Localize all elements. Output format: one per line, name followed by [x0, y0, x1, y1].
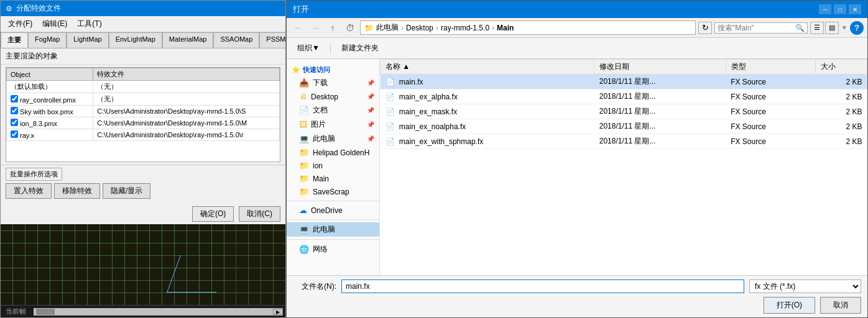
filename-input[interactable]	[341, 279, 744, 293]
dialog-minimize-btn[interactable]: ─	[819, 4, 831, 14]
scroll-right-btn[interactable]: ▶	[273, 309, 283, 315]
sidebar-item-thispc[interactable]: 💻 此电脑 📌	[287, 132, 379, 146]
new-folder-btn[interactable]: 新建文件夹	[336, 40, 384, 56]
menu-edit[interactable]: 编辑(E)	[37, 17, 72, 30]
nav-recent-btn[interactable]: ⏱	[343, 21, 358, 35]
nav-up-btn[interactable]: ↑	[325, 21, 340, 35]
documents-pin-icon: 📌	[367, 107, 374, 114]
dialog-title-controls: ─ □ ✕	[819, 4, 861, 14]
file-type-cell: FX Source	[726, 104, 815, 119]
sidebar-item-network[interactable]: 🌐 网络	[287, 242, 379, 257]
row-checkbox-1[interactable]	[11, 95, 18, 102]
table-row: ion_8.3.pmx C:\Users\Administrator\Deskt…	[7, 117, 280, 129]
file-name-cell: 📄 main_ex_alpha.fx	[381, 89, 594, 104]
breadcrumb-sep-1: ›	[401, 24, 404, 32]
file-table-row[interactable]: 📄 main_ex_alpha.fx 2018/1/11 星期... FX So…	[381, 89, 867, 104]
file-icon-0: 📄	[386, 78, 395, 86]
sidebar-item-desktop-label: Desktop	[311, 93, 338, 101]
btn-confirm[interactable]: 确定(O)	[192, 206, 234, 222]
breadcrumb-desktop[interactable]: Desktop	[406, 24, 433, 32]
breadcrumb-bar: 📁 此电脑 › Desktop › ray-mmd-1.5.0 › Main	[360, 20, 696, 35]
col-type[interactable]: 类型	[726, 60, 815, 75]
menu-file[interactable]: 文件(F)	[3, 17, 37, 30]
sidebar-item-desktop[interactable]: 🖥 Desktop 📌	[287, 90, 379, 103]
sidebar-sep-3	[287, 239, 379, 240]
row-checkbox-4[interactable]	[11, 130, 18, 138]
row-checkbox-2[interactable]	[11, 107, 18, 114]
dialog-close-btn[interactable]: ✕	[849, 4, 861, 14]
file-size-cell: 2 KB	[815, 119, 867, 134]
helipad-folder-icon: 📁	[299, 148, 309, 157]
search-icon: 🔍	[795, 24, 805, 32]
menu-tools[interactable]: 工具(T)	[72, 17, 106, 30]
breadcrumb-main[interactable]: Main	[497, 24, 514, 32]
file-icon-4: 📄	[386, 137, 395, 146]
sidebar-quick-access-header: ⭐ 快速访问	[287, 61, 379, 76]
view-list-btn[interactable]: ☰	[810, 22, 824, 34]
sidebar-item-documents-label: 文档	[313, 105, 328, 116]
breadcrumb-raymmd[interactable]: ray-mmd-1.5.0	[441, 24, 489, 32]
sidebar-item-pictures[interactable]: 🖼 图片 📌	[287, 117, 379, 132]
dialog-title-text: 打开	[293, 4, 309, 15]
sidebar-item-helipad-label: Helipad GoldenH	[313, 148, 369, 157]
file-table-row[interactable]: 📄 main_ex_mask.fx 2018/1/11 星期... FX Sou…	[381, 104, 867, 119]
file-table-row[interactable]: 📄 main_ex_noalpha.fx 2018/1/11 星期... FX …	[381, 119, 867, 134]
col-date[interactable]: 修改日期	[594, 60, 726, 75]
sidebar-item-helipad[interactable]: 📁 Helipad GoldenH	[287, 146, 379, 159]
sidebar-item-thispc-main[interactable]: 💻 此电脑	[287, 222, 379, 237]
view-dropdown-btn[interactable]: ▼	[841, 24, 847, 31]
sidebar-item-ion[interactable]: 📁 ion	[287, 159, 379, 172]
sidebar-item-downloads[interactable]: 📥 下载 📌	[287, 76, 379, 90]
object-table: Object 特效文件 （默认加载） （无） ray_controller.pm…	[6, 68, 280, 141]
tab-ssaomap[interactable]: SSAOMap	[213, 32, 259, 48]
preview-lines	[167, 255, 230, 293]
nav-refresh-btn[interactable]: ↻	[698, 22, 712, 34]
cell-file: （无）	[93, 93, 280, 106]
breadcrumb-thispc[interactable]: 此电脑	[376, 22, 399, 33]
tab-fogmap[interactable]: FogMap	[28, 32, 67, 48]
toolbar-row: 组织▼ 新建文件夹	[287, 38, 867, 59]
btn-cancel-left[interactable]: 取消(C)	[239, 206, 280, 222]
tab-envlightmap[interactable]: EnvLightMap	[109, 32, 162, 48]
tab-main[interactable]: 主要	[1, 32, 28, 48]
filetype-select[interactable]: fx 文件 (*.fx)	[749, 279, 861, 293]
tab-lightmap[interactable]: LightMap	[67, 32, 108, 48]
sidebar-item-onedrive[interactable]: ☁ OneDrive	[287, 204, 379, 217]
col-size[interactable]: 大小	[815, 60, 867, 75]
pictures-pin-icon: 📌	[367, 121, 374, 128]
sidebar-item-main[interactable]: 📁 Main	[287, 172, 379, 185]
nav-bar: ← → ↑ ⏱ 📁 此电脑 › Desktop › ray-mmd-1.5.0 …	[287, 18, 867, 38]
help-btn[interactable]: ?	[850, 21, 864, 35]
organize-btn[interactable]: 组织▼	[292, 40, 325, 56]
toolbar-sep	[330, 43, 331, 54]
sidebar-item-savescrap[interactable]: 📁 SaveScrap	[287, 185, 379, 198]
dialog-cancel-btn[interactable]: 取消	[820, 297, 861, 314]
file-name-cell: 📄 main_ex_noalpha.fx	[381, 119, 594, 134]
btn-load-effect[interactable]: 置入特效	[6, 183, 52, 199]
file-icon-2: 📄	[386, 107, 395, 116]
file-table-row[interactable]: 📄 main_ex_with_sphmap.fx 2018/1/11 星期...…	[381, 134, 867, 149]
sidebar-item-documents[interactable]: 📄 文档 📌	[287, 103, 379, 117]
left-title-text: 分配特效文件	[16, 3, 61, 14]
nav-forward-btn[interactable]: →	[308, 21, 323, 35]
row-checkbox-3[interactable]	[11, 119, 18, 126]
dialog-open-btn[interactable]: 打开(O)	[764, 297, 815, 314]
scrollbar-thumb[interactable]	[36, 309, 55, 315]
btn-remove-effect[interactable]: 移除特效	[54, 183, 100, 199]
dialog-maximize-btn[interactable]: □	[834, 4, 846, 14]
file-date-cell: 2018/1/11 星期...	[594, 119, 726, 134]
pictures-folder-icon: 🖼	[299, 120, 307, 129]
tab-pssm1[interactable]: PSSM1	[259, 32, 285, 48]
file-date-cell: 2018/1/11 星期...	[594, 75, 726, 89]
cell-file: C:\Users\Administrator\Desktop\ray-mmd-1…	[93, 129, 280, 141]
search-input[interactable]	[718, 24, 795, 32]
file-table-row[interactable]: 📄 main.fx 2018/1/11 星期... FX Source 2 KB	[381, 75, 867, 89]
col-name[interactable]: 名称 ▲	[381, 60, 594, 75]
btn-hide-show[interactable]: 隐藏/显示	[103, 183, 150, 199]
bottom-preview	[1, 224, 285, 305]
view-details-btn[interactable]: ▤	[825, 22, 839, 34]
tab-materialmap[interactable]: MaterialMap	[162, 32, 214, 48]
nav-back-btn[interactable]: ←	[290, 21, 305, 35]
object-table-container: Object 特效文件 （默认加载） （无） ray_controller.pm…	[6, 67, 280, 162]
file-type-cell: FX Source	[726, 134, 815, 149]
